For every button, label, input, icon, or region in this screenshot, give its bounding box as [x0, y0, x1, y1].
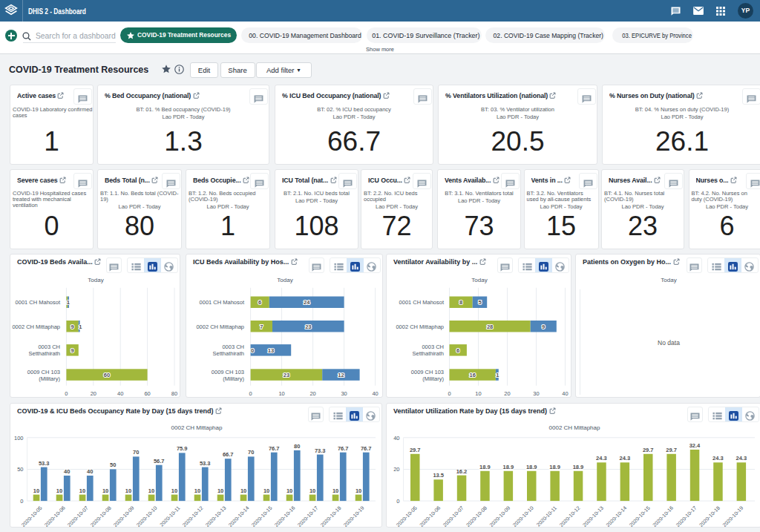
svg-text:16.2: 16.2	[456, 467, 468, 474]
svg-text:2020-10-06: 2020-10-06	[44, 505, 66, 528]
svg-text:0002 CH Mittaphap: 0002 CH Mittaphap	[396, 323, 444, 329]
svg-text:2020-10-07: 2020-10-07	[442, 505, 464, 528]
svg-text:20: 20	[309, 390, 315, 396]
svg-text:40: 40	[372, 390, 378, 396]
svg-text:2020-10-13: 2020-10-13	[582, 505, 604, 528]
svg-text:2020-10-14: 2020-10-14	[605, 505, 627, 528]
svg-text:Setthathirath: Setthathirath	[28, 350, 60, 357]
svg-text:2020-10-11: 2020-10-11	[159, 505, 181, 528]
svg-text:73.3: 73.3	[315, 447, 326, 453]
svg-text:29.7: 29.7	[410, 447, 421, 453]
svg-text:0: 0	[448, 390, 451, 396]
svg-text:2020-10-17: 2020-10-17	[297, 505, 319, 528]
svg-text:10: 10	[33, 487, 39, 493]
svg-text:10: 10	[240, 487, 246, 493]
svg-text:8: 8	[459, 299, 462, 306]
svg-text:76.7: 76.7	[338, 444, 349, 451]
svg-text:10: 10	[309, 487, 315, 493]
svg-text:10: 10	[102, 487, 108, 493]
svg-text:13: 13	[268, 347, 274, 353]
svg-text:2020-10-17: 2020-10-17	[675, 505, 697, 528]
svg-text:29.7: 29.7	[666, 447, 677, 453]
svg-text:2020-10-13: 2020-10-13	[205, 505, 227, 528]
svg-text:2020-10-14: 2020-10-14	[228, 505, 250, 528]
svg-text:0002 CH Mittaphap: 0002 CH Mittaphap	[12, 323, 60, 329]
svg-text:53.3: 53.3	[39, 459, 50, 466]
svg-text:80: 80	[294, 443, 300, 450]
svg-text:0002 CH Mittaphap: 0002 CH Mittaphap	[196, 323, 244, 329]
svg-text:32.4: 32.4	[689, 442, 701, 449]
svg-text:0001 CH Mahosot: 0001 CH Mahosot	[200, 299, 245, 306]
svg-text:10: 10	[171, 487, 177, 493]
svg-text:10: 10	[194, 487, 200, 493]
svg-text:12: 12	[338, 371, 344, 378]
svg-text:70: 70	[133, 449, 139, 456]
svg-text:30: 30	[533, 390, 539, 396]
svg-text:7: 7	[260, 323, 263, 329]
svg-text:2020-10-15: 2020-10-15	[251, 505, 273, 528]
svg-text:24: 24	[304, 299, 310, 306]
svg-text:29.7: 29.7	[643, 447, 654, 453]
svg-text:24.3: 24.3	[736, 455, 747, 462]
svg-text:(Military): (Military)	[39, 375, 60, 381]
svg-text:6: 6	[456, 347, 459, 353]
svg-text:40: 40	[117, 390, 123, 396]
svg-text:24.3: 24.3	[596, 455, 607, 462]
svg-text:Setthathirath: Setthathirath	[412, 350, 444, 357]
svg-text:2020-10-12: 2020-10-12	[182, 505, 204, 528]
svg-text:23: 23	[305, 323, 311, 329]
svg-text:Setthathirath: Setthathirath	[212, 350, 244, 357]
svg-text:10: 10	[148, 487, 154, 493]
svg-text:1: 1	[496, 371, 499, 378]
svg-text:0: 0	[396, 498, 399, 505]
svg-text:0009 CH 103: 0009 CH 103	[411, 368, 444, 375]
svg-text:66.7: 66.7	[223, 451, 234, 458]
svg-text:40: 40	[393, 434, 399, 441]
svg-text:50: 50	[110, 462, 116, 468]
svg-text:60: 60	[104, 371, 110, 378]
svg-text:1: 1	[79, 323, 82, 329]
svg-text:80: 80	[171, 390, 177, 396]
svg-text:56.7: 56.7	[154, 457, 165, 464]
svg-text:10: 10	[356, 487, 361, 493]
svg-text:40: 40	[87, 468, 93, 475]
svg-text:20: 20	[91, 390, 96, 396]
svg-text:5: 5	[478, 299, 481, 306]
svg-text:2020-10-10: 2020-10-10	[136, 505, 158, 528]
svg-text:70: 70	[248, 449, 254, 456]
svg-text:10: 10	[217, 487, 223, 493]
svg-text:24.3: 24.3	[619, 455, 630, 462]
svg-text:(Military): (Military)	[422, 375, 444, 381]
svg-text:28: 28	[487, 323, 493, 329]
svg-text:0: 0	[251, 347, 254, 353]
svg-text:0003 CH: 0003 CH	[422, 344, 444, 350]
svg-text:20: 20	[504, 390, 510, 396]
svg-text:40: 40	[562, 390, 568, 396]
svg-text:16: 16	[470, 371, 476, 378]
svg-text:53.3: 53.3	[200, 459, 211, 466]
svg-text:0003 CH: 0003 CH	[222, 344, 244, 350]
svg-text:0: 0	[65, 390, 68, 396]
svg-text:10: 10	[278, 390, 284, 396]
svg-text:9: 9	[542, 323, 545, 329]
svg-text:76.7: 76.7	[269, 444, 280, 451]
svg-text:0001 CH Mahosot: 0001 CH Mahosot	[16, 299, 61, 306]
svg-text:0: 0	[249, 390, 252, 396]
svg-text:13.5: 13.5	[433, 472, 444, 479]
svg-text:2020-10-05: 2020-10-05	[396, 505, 418, 528]
svg-text:23: 23	[284, 371, 289, 378]
svg-text:10: 10	[56, 487, 62, 493]
svg-text:2020-10-18: 2020-10-18	[698, 505, 721, 528]
svg-text:2020-10-09: 2020-10-09	[488, 505, 511, 528]
svg-text:2020-10-08: 2020-10-08	[465, 505, 488, 528]
svg-text:24.3: 24.3	[712, 455, 724, 462]
svg-text:30: 30	[341, 390, 347, 396]
svg-text:6: 6	[258, 299, 261, 306]
svg-text:18.9: 18.9	[502, 464, 514, 470]
svg-text:2020-10-10: 2020-10-10	[512, 505, 534, 528]
svg-text:18.9: 18.9	[479, 464, 491, 470]
svg-text:0009 CH 103: 0009 CH 103	[212, 368, 244, 375]
svg-text:2020-10-09: 2020-10-09	[113, 505, 135, 528]
svg-text:2020-10-18: 2020-10-18	[320, 505, 342, 528]
svg-text:2020-10-08: 2020-10-08	[90, 505, 112, 528]
